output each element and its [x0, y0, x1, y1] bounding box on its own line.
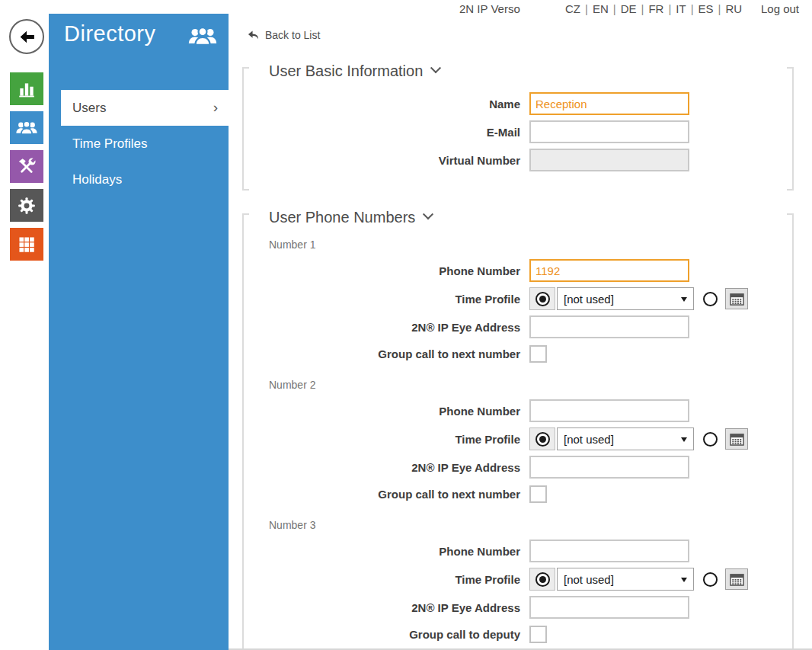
sidebar-item-label: Time Profiles: [72, 136, 148, 152]
lang-it[interactable]: IT: [675, 2, 686, 15]
chevron-right-icon: ›: [213, 99, 218, 116]
reply-arrow-icon: [248, 30, 259, 40]
rail-hardware-tools-icon[interactable]: [10, 150, 43, 183]
rail-system-grid-icon[interactable]: [10, 228, 43, 261]
ip-eye-input[interactable]: [529, 596, 689, 619]
email-row: E-Mail: [269, 120, 763, 143]
time-profile-calendar-button[interactable]: [725, 428, 748, 450]
logout-link[interactable]: Log out: [761, 2, 799, 15]
sidebar-header: Directory: [49, 14, 229, 90]
virtual-number-input: [529, 149, 689, 171]
time-profile-manual-radio[interactable]: [703, 432, 718, 447]
section-bracket-left: [242, 213, 249, 650]
sidebar-item-holidays[interactable]: Holidays: [49, 162, 229, 197]
ip-eye-input[interactable]: [529, 315, 689, 338]
time-profile-list-radio[interactable]: [535, 572, 550, 587]
ip-eye-row: 2N® IP Eye Address: [269, 596, 763, 619]
section-header-label: User Phone Numbers: [269, 207, 415, 227]
time-profile-list-radio[interactable]: [535, 432, 550, 447]
section-user-basic-information: User Basic Information Name E-Mail Virtu…: [242, 61, 794, 191]
time-profile-control: [not used]: [529, 568, 748, 591]
group-call-checkbox[interactable]: [529, 626, 547, 643]
phone-number-label: Phone Number: [269, 545, 529, 558]
number-1-heading: Number 1: [269, 238, 763, 251]
lang-es[interactable]: ES: [698, 2, 714, 15]
back-button[interactable]: [9, 19, 44, 54]
section-bracket-right: [787, 213, 794, 650]
section-title: Directory: [64, 21, 156, 46]
basic-fields: Name E-Mail Virtual Number: [269, 92, 763, 171]
left-arrow-icon: [18, 27, 37, 46]
time-profile-manual-radio[interactable]: [703, 572, 718, 587]
section-bracket-right: [787, 67, 794, 191]
section-header-label: User Basic Information: [269, 61, 423, 81]
time-profile-row: Time Profile [not used]: [269, 427, 763, 450]
dropdown-arrow-icon: [681, 437, 687, 442]
lang-en[interactable]: EN: [592, 2, 609, 15]
phone-number-label: Phone Number: [269, 264, 529, 277]
sidebar-item-label: Users: [72, 101, 106, 116]
time-profile-radio-box: [529, 427, 555, 450]
group-call-label: Group call to next number: [269, 488, 529, 501]
sidebar-menu: Users › Time Profiles Holidays: [49, 90, 229, 197]
ip-eye-row: 2N® IP Eye Address: [269, 456, 763, 479]
time-profile-select[interactable]: [not used]: [557, 568, 694, 591]
time-profile-select[interactable]: [not used]: [557, 287, 694, 310]
users-group-icon: [187, 26, 218, 50]
number-3-heading: Number 3: [269, 518, 763, 532]
sidebar-item-users[interactable]: Users ›: [61, 90, 229, 126]
lang-separator: |: [641, 2, 644, 15]
phone-number-row: Phone Number: [269, 540, 763, 562]
time-profile-selected-value: [not used]: [564, 433, 614, 446]
phone-number-label: Phone Number: [269, 405, 529, 418]
lang-separator: |: [691, 2, 694, 15]
lang-de[interactable]: DE: [620, 2, 638, 15]
time-profile-selected-value: [not used]: [564, 293, 614, 306]
time-profile-manual-radio[interactable]: [703, 292, 718, 306]
ip-eye-input[interactable]: [529, 456, 689, 479]
phone-number-input[interactable]: [529, 259, 689, 282]
ip-eye-label: 2N® IP Eye Address: [269, 601, 529, 614]
group-call-label: Group call to deputy: [269, 628, 529, 641]
sidebar-item-time-profiles[interactable]: Time Profiles: [49, 126, 229, 162]
chevron-down-icon: [430, 62, 441, 73]
sidebar-item-label: Holidays: [72, 172, 122, 187]
section-header-basic[interactable]: User Basic Information: [269, 61, 763, 81]
virtual-number-label: Virtual Number: [269, 154, 529, 167]
rail-services-gear-icon[interactable]: [10, 189, 43, 222]
rail-directory-users-icon[interactable]: [10, 111, 43, 144]
phone-number-input[interactable]: [529, 399, 689, 422]
virtual-number-row: Virtual Number: [269, 149, 763, 171]
phone-number-input[interactable]: [529, 540, 689, 562]
group-call-checkbox[interactable]: [529, 485, 547, 503]
group-call-checkbox[interactable]: [529, 345, 547, 363]
group-call-row: Group call to next number: [269, 344, 763, 363]
time-profile-label: Time Profile: [269, 573, 529, 586]
time-profile-calendar-button[interactable]: [725, 568, 748, 590]
lang-fr[interactable]: FR: [647, 2, 664, 15]
time-profile-control: [not used]: [529, 287, 748, 310]
ip-eye-label: 2N® IP Eye Address: [269, 321, 529, 334]
lang-ru[interactable]: RU: [724, 2, 743, 15]
back-to-list-link[interactable]: Back to List: [248, 27, 794, 43]
time-profile-select[interactable]: [not used]: [557, 427, 694, 450]
time-profile-control: [not used]: [529, 427, 748, 450]
rail-status-chart-icon[interactable]: [10, 72, 43, 105]
name-row: Name: [269, 92, 763, 115]
lang-separator: |: [585, 2, 588, 15]
time-profile-row: Time Profile [not used]: [269, 568, 763, 591]
name-input[interactable]: [529, 92, 689, 115]
time-profile-list-radio[interactable]: [535, 292, 550, 306]
lang-cz[interactable]: CZ: [564, 2, 581, 15]
email-input[interactable]: [529, 120, 689, 143]
language-switcher: CZ | EN | DE | FR | IT | ES | RU: [564, 2, 743, 15]
time-profile-selected-value: [not used]: [564, 573, 614, 586]
section-header-phones[interactable]: User Phone Numbers: [269, 207, 763, 227]
time-profile-label: Time Profile: [269, 293, 529, 306]
lang-separator: |: [668, 2, 671, 15]
dropdown-arrow-icon: [681, 578, 687, 582]
time-profile-calendar-button[interactable]: [725, 288, 748, 309]
lang-separator: |: [613, 2, 616, 15]
section-bracket-left: [242, 67, 249, 191]
back-to-list-label: Back to List: [265, 29, 320, 41]
